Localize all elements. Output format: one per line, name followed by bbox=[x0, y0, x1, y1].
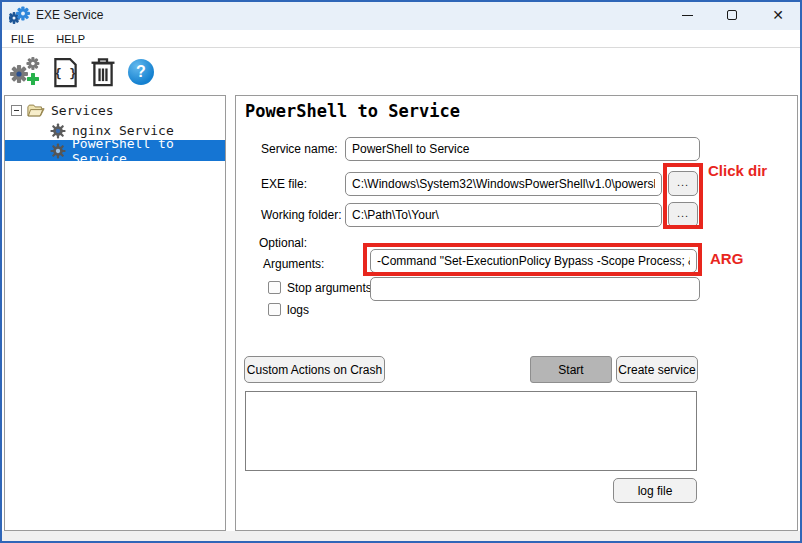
menu-bar: FILE HELP bbox=[0, 30, 802, 48]
stop-arguments-checkbox[interactable] bbox=[268, 281, 281, 294]
minimize-button[interactable] bbox=[667, 0, 707, 30]
toolbar: { } ? bbox=[0, 49, 802, 95]
optional-label: Optional: bbox=[259, 236, 307, 250]
tree-node-label: PowerShell to Service bbox=[72, 136, 225, 166]
tree-node-powershell-selected[interactable]: PowerShell to Service bbox=[5, 140, 225, 161]
logs-checkbox[interactable] bbox=[268, 303, 281, 316]
stop-arguments-label: Stop arguments: bbox=[287, 281, 375, 295]
close-button[interactable]: ✕ bbox=[758, 0, 798, 30]
window-bottom-strip bbox=[0, 531, 802, 543]
arguments-label: Arguments: bbox=[263, 257, 324, 271]
services-tree: Services nginx Service Power bbox=[4, 95, 226, 531]
service-name-input[interactable] bbox=[345, 137, 700, 161]
folder-icon bbox=[27, 103, 45, 118]
maximize-icon bbox=[727, 10, 737, 20]
log-file-button[interactable]: log file bbox=[613, 478, 697, 503]
maximize-button[interactable] bbox=[712, 0, 752, 30]
service-name-label: Service name: bbox=[261, 142, 338, 156]
exe-file-input[interactable] bbox=[345, 172, 662, 196]
exe-file-label: EXE file: bbox=[261, 177, 307, 191]
help-icon[interactable]: ? bbox=[128, 59, 154, 85]
arguments-input[interactable] bbox=[370, 249, 697, 273]
tree-node-services[interactable]: Services bbox=[11, 100, 114, 121]
svg-text:{ }: { } bbox=[54, 67, 76, 81]
exe-file-browse-button[interactable]: ... bbox=[668, 171, 698, 196]
title-bar: EXE Service ✕ bbox=[0, 0, 802, 30]
collapse-icon[interactable] bbox=[11, 105, 22, 116]
minimize-icon bbox=[682, 15, 693, 16]
service-gear-icon bbox=[50, 143, 66, 159]
service-gear-icon bbox=[50, 123, 66, 139]
app-gears-icon bbox=[9, 6, 31, 24]
log-output-area[interactable] bbox=[245, 391, 697, 471]
menu-help[interactable]: HELP bbox=[45, 30, 96, 47]
add-service-icon[interactable] bbox=[8, 56, 42, 93]
service-heading: PowerShell to Service bbox=[245, 101, 460, 121]
working-folder-label: Working folder: bbox=[261, 208, 341, 222]
working-folder-input[interactable] bbox=[345, 203, 662, 227]
annotation-click-dir: Click dir bbox=[708, 162, 767, 179]
create-service-button[interactable]: Create service bbox=[616, 356, 698, 383]
annotation-arg: ARG bbox=[710, 250, 743, 267]
logs-label: logs bbox=[287, 303, 309, 317]
custom-actions-button[interactable]: Custom Actions on Crash bbox=[244, 356, 385, 383]
json-file-icon[interactable]: { } bbox=[52, 57, 79, 92]
window-title: EXE Service bbox=[36, 8, 103, 22]
start-button[interactable]: Start bbox=[530, 356, 612, 383]
menu-file[interactable]: FILE bbox=[0, 30, 45, 47]
stop-arguments-input[interactable] bbox=[370, 277, 700, 301]
working-folder-browse-button[interactable]: ... bbox=[668, 202, 698, 227]
delete-icon[interactable] bbox=[89, 57, 117, 92]
tree-node-label: Services bbox=[51, 103, 114, 118]
